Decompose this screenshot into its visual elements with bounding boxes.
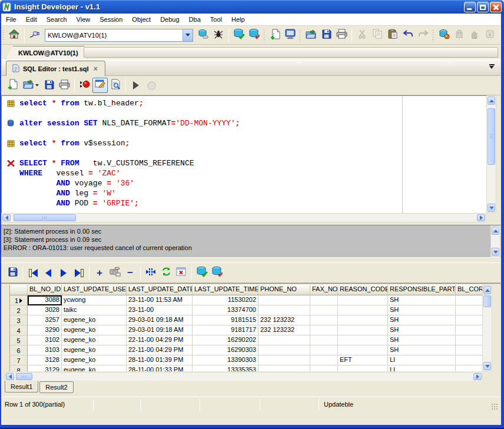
debug-button[interactable] [211,28,226,43]
resize-grip[interactable] [491,403,498,410]
toolbar-grip[interactable] [299,29,301,42]
grid-cell[interactable]: SH [388,315,456,325]
code-line[interactable]: select * from v$session; [2,138,240,148]
code-line[interactable]: AND leg = 'W' [2,188,240,198]
menu-session[interactable]: Session [95,15,127,24]
grid-cell[interactable]: 28-11-00 01:39 PM [127,355,193,365]
grid-cell[interactable] [456,305,483,315]
column-header-bl_no_id[interactable]: BL_NO_ID [28,285,62,295]
grid-rollback-button[interactable] [210,265,225,281]
grid-cell[interactable] [338,325,388,335]
refresh-button[interactable] [158,265,174,281]
grid-cell[interactable] [338,305,388,315]
grid-cell[interactable]: 22-11-00 04:29 PM [127,345,193,355]
menu-dba[interactable]: Dba [184,15,205,24]
code-line[interactable] [2,108,240,118]
grid-cell[interactable]: eugene_ko [62,325,127,335]
grid-cell[interactable]: 3129 [28,365,62,371]
grid-cell[interactable] [338,335,388,345]
pause-session-button[interactable] [467,28,482,43]
grid-cell[interactable]: 13390303 [193,355,258,365]
grid-cell[interactable]: 9181515 [193,315,258,325]
scroll-up-button[interactable] [483,286,491,294]
toolbar-grip[interactable] [263,29,265,42]
maximize-button[interactable] [477,2,489,12]
code-line[interactable]: alter session SET NLS_DATE_FORMAT='DD-MO… [2,118,240,128]
grid-cell[interactable] [310,345,338,355]
redo-button[interactable] [416,28,431,43]
first-record-button[interactable] [25,265,41,281]
combobox-dropdown-button[interactable] [183,29,193,41]
row-number-cell[interactable]: 3 [10,315,28,325]
grid-cell[interactable] [310,295,338,305]
scroll-left-button[interactable] [6,373,14,380]
grid-save-button[interactable] [5,265,20,281]
next-record-button[interactable] [56,265,71,281]
row-number-cell[interactable]: 1 [10,295,28,305]
edit-record-button[interactable] [107,265,122,281]
grid-cell[interactable] [310,305,338,315]
grid-cell[interactable] [456,345,483,355]
execute-current-button[interactable] [77,78,92,93]
rollback-button[interactable] [247,28,262,43]
grid-cell[interactable]: 3128 [28,355,62,365]
grid-cell[interactable]: 22-11-00 04:29 PM [127,335,193,345]
undo-button[interactable] [400,28,416,43]
grid-cell[interactable]: 232 123232 [258,315,310,325]
scroll-down-button[interactable] [483,362,491,370]
grid-commit-button[interactable] [194,265,210,281]
grid-cell[interactable]: 13374700 [193,305,258,315]
grid-cell[interactable]: 28-11-00 01:33 PM [127,365,193,371]
grid-cell[interactable]: eugene_ko [62,335,127,345]
grid-cell[interactable]: 3088 [28,295,62,305]
grid-cell[interactable]: EFT [338,355,388,365]
grid-cell[interactable]: 23-11-00 [127,305,193,315]
toolbar-grip[interactable] [2,29,4,42]
column-header-responsible_party[interactable]: RESPONSIBLE_PARTY [388,285,456,295]
delete-record-button[interactable]: − [122,265,138,281]
row-number-cell[interactable]: 5 [10,335,28,345]
grid-cell[interactable]: 3290 [28,325,62,335]
grid-cell[interactable]: SH [388,295,456,305]
grid-vscroll-thumb[interactable] [483,295,491,307]
home-button[interactable] [6,28,22,43]
grid-cell[interactable]: 29-03-01 09:18 AM [127,325,193,335]
grid-cell[interactable]: taikc [62,305,127,315]
paste-button[interactable] [385,28,400,43]
row-number-cell[interactable]: 7 [10,355,28,365]
editor-open-button[interactable] [20,78,41,93]
code-line[interactable] [2,128,240,138]
grid-cell[interactable] [338,315,388,325]
grid-cell[interactable]: 3028 [28,305,62,315]
menu-help[interactable]: Help [227,15,250,24]
grid-cell[interactable] [456,335,483,345]
grid-cell[interactable]: 232 123232 [258,325,310,335]
code-line[interactable]: select * from tw.bl_header; [2,98,240,108]
previous-record-button[interactable] [41,265,56,281]
copy-button[interactable] [370,28,385,43]
menu-edit[interactable]: Edit [21,15,42,24]
grid-cell[interactable]: eugene_ko [62,355,127,365]
menu-file[interactable]: File [1,15,21,24]
query-session-button[interactable] [195,28,211,43]
kill-session-button[interactable] [452,28,467,43]
connect-button[interactable] [27,28,42,43]
tab-close-icon[interactable]: × [92,65,99,73]
column-header-last_update_date[interactable]: LAST_UPDATE_DATE [127,285,193,295]
grid-cell[interactable]: SH [388,345,456,355]
grid-cell[interactable] [310,355,338,365]
stop-button[interactable] [144,78,159,93]
last-record-button[interactable] [71,265,87,281]
grid-cell[interactable] [310,315,338,325]
new-session-button[interactable] [436,28,452,43]
grid-cell[interactable]: eugene_ko [62,345,127,355]
grid-cell[interactable] [456,355,483,365]
fit-columns-button[interactable] [143,265,158,281]
edit-mode-toggle[interactable] [92,78,108,93]
connection-combobox[interactable]: KWLOW@ATV10(1) [45,29,193,42]
scroll-right-button[interactable] [477,214,485,221]
toolbar-grip[interactable] [432,29,434,42]
grid-cell[interactable] [258,365,310,371]
column-header-last_update_user[interactable]: LAST_UPDATE_USER [62,285,127,295]
grid-cell[interactable] [258,295,310,305]
